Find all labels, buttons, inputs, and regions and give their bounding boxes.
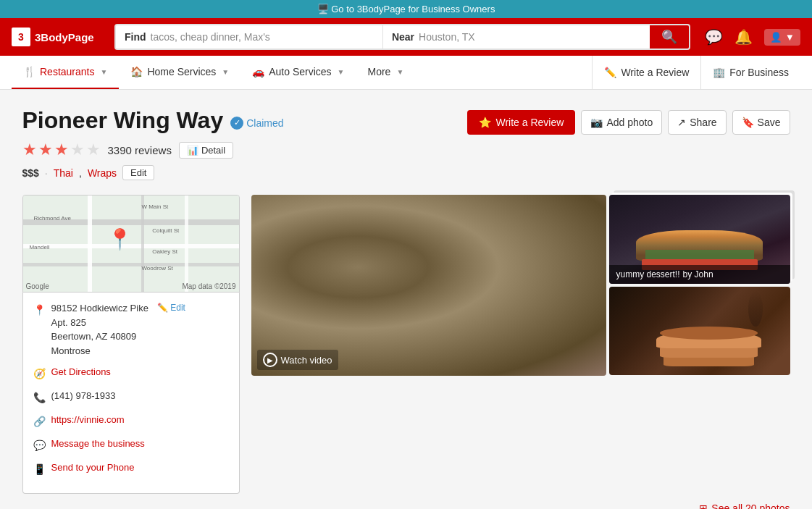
message-icon: 💬 [33, 438, 46, 453]
nav-item-auto-services[interactable]: 🚗 Auto Services ▼ [240, 56, 356, 89]
star-3: ★ [54, 140, 69, 159]
share-label: Share [690, 117, 716, 128]
restaurants-icon: 🍴 [23, 66, 35, 77]
search-bar: Find Near 🔍 [114, 24, 690, 50]
website-link[interactable]: https://vinnie.com [51, 413, 125, 427]
star-4: ★ [70, 140, 85, 159]
write-review-button[interactable]: ⭐ Write a Review [467, 110, 575, 135]
logo[interactable]: 3 3BodyPage [12, 28, 106, 46]
detail-button[interactable]: 📊 Detail [179, 142, 233, 159]
auto-services-chevron: ▼ [338, 68, 345, 76]
detail-label: Detail [201, 145, 225, 156]
main-content: Pioneer Wing Way ✓ Claimed ⭐ Write a Rev… [8, 90, 805, 509]
photo-sandwich[interactable]: yummy dessert!! by John [609, 195, 790, 284]
save-button[interactable]: 🔖 Save [732, 110, 790, 135]
nav-write-review[interactable]: ✏️ Write a Review [592, 56, 700, 89]
photo-main[interactable]: ▶ Watch video [251, 195, 606, 376]
add-photo-button[interactable]: 📷 Add photo [581, 110, 662, 135]
notifications-icon[interactable]: 🔔 [734, 28, 753, 46]
link-icon: 🔗 [33, 414, 46, 429]
business-header: Pioneer Wing Way ✓ Claimed ⭐ Write a Rev… [22, 107, 790, 135]
header-icons: 💬 🔔 👤 ▼ [705, 28, 800, 46]
watch-video-overlay[interactable]: ▶ Watch video [257, 350, 338, 370]
get-directions-link[interactable]: Get Directions [51, 365, 111, 379]
address-city: Beertown, AZ 40809 [51, 329, 148, 344]
star-5: ★ [86, 140, 101, 159]
see-all-photos[interactable]: ⊞ See all 20 photos [699, 502, 790, 509]
photo-pancakes[interactable] [609, 287, 790, 376]
avatar-icon: 👤 [770, 32, 782, 43]
business-title-row: Pioneer Wing Way ✓ Claimed [22, 107, 284, 134]
website-row: 🔗 https://vinnie.com [33, 413, 229, 429]
category-thai[interactable]: Thai [54, 167, 73, 179]
address-street: 98152 Hodkiewicz Pike [51, 301, 148, 316]
edit-address-link[interactable]: ✏️ Edit [157, 301, 185, 314]
star-2: ★ [38, 140, 53, 159]
chart-icon: 📊 [187, 145, 198, 156]
dot-separator: · [45, 167, 48, 179]
search-button[interactable]: 🔍 [650, 25, 689, 49]
user-avatar-button[interactable]: 👤 ▼ [764, 29, 800, 46]
info-panel: 📍 98152 Hodkiewicz Pike Apt. 825 Beertow… [22, 293, 240, 494]
directions-row: 🧭 Get Directions [33, 365, 229, 382]
nav-right: ✏️ Write a Review 🏢 For Business [592, 56, 800, 89]
send-to-phone-row: 📱 Send to your Phone [33, 460, 229, 477]
nav-item-more[interactable]: More ▼ [356, 56, 416, 89]
find-section: Find [116, 25, 383, 49]
business-title-area: Pioneer Wing Way ✓ Claimed [22, 107, 284, 134]
address-neighborhood: Montrose [51, 344, 148, 358]
location-icon: 📍 [33, 303, 46, 318]
claimed-check-icon: ✓ [230, 117, 243, 130]
banner-text: Go to 3BodyPage for Business Owners [331, 4, 495, 14]
phone-icon: 📞 [33, 390, 46, 405]
caption-text: yummy dessert!! [616, 269, 680, 279]
watch-video-label: Watch video [281, 355, 332, 366]
play-icon: ▶ [263, 353, 277, 367]
auto-services-icon: 🚗 [252, 66, 264, 77]
for-business-label: For Business [729, 67, 789, 78]
compass-icon: 🧭 [33, 366, 46, 382]
camera-icon: 📷 [590, 117, 603, 128]
nav-item-home-services[interactable]: 🏠 Home Services ▼ [119, 56, 240, 89]
phone-number: (141) 978-1933 [51, 389, 116, 403]
map-pin: 📍 [107, 227, 133, 251]
find-input[interactable] [151, 25, 374, 49]
content-area: Richmond Ave W Main St Colquitt St Oakle… [22, 195, 790, 494]
category-wraps[interactable]: Wraps [88, 167, 117, 179]
review-count: 3390 reviews [108, 144, 172, 156]
grid-icon: ⊞ [699, 502, 708, 509]
restaurants-chevron: ▼ [100, 68, 107, 76]
near-input[interactable] [419, 25, 641, 49]
home-services-chevron: ▼ [222, 68, 229, 76]
share-icon: ↗ [677, 117, 686, 128]
map-container[interactable]: Richmond Ave W Main St Colquitt St Oakle… [22, 195, 240, 293]
for-business-icon: 🏢 [713, 67, 725, 78]
map-data: Map data ©2019 [182, 282, 235, 290]
more-chevron: ▼ [396, 68, 403, 76]
messages-icon[interactable]: 💬 [705, 28, 723, 46]
message-link[interactable]: Message the business [51, 437, 145, 451]
claimed-badge: ✓ Claimed [230, 117, 283, 130]
auto-services-label: Auto Services [269, 66, 331, 77]
top-banner[interactable]: 🖥️ Go to 3BodyPage for Business Owners [0, 0, 812, 18]
star-1: ★ [22, 140, 37, 159]
address-edit-row: 98152 Hodkiewicz Pike Apt. 825 Beertown,… [51, 301, 185, 358]
avatar-chevron: ▼ [785, 32, 795, 43]
share-button[interactable]: ↗ Share [668, 110, 726, 135]
map-background: Richmond Ave W Main St Colquitt St Oakle… [23, 195, 239, 292]
send-to-phone-link[interactable]: Send to your Phone [51, 460, 135, 475]
star-icon: ⭐ [479, 117, 491, 128]
nav-item-restaurants[interactable]: 🍴 Restaurants ▼ [12, 56, 119, 89]
mobile-icon: 📱 [33, 462, 46, 477]
banner-icon: 🖥️ [317, 4, 329, 14]
address-row: 📍 98152 Hodkiewicz Pike Apt. 825 Beertow… [33, 301, 229, 358]
address-apt: Apt. 825 [51, 316, 148, 330]
edit-categories-button[interactable]: Edit [122, 165, 154, 180]
near-section: Near [383, 25, 650, 49]
photo-caption: yummy dessert!! by John [609, 265, 790, 284]
comma-separator: , [79, 167, 82, 179]
write-review-icon: ✏️ [604, 67, 616, 78]
map-attribution: Google [26, 282, 49, 290]
nav-for-business[interactable]: 🏢 For Business [700, 56, 800, 89]
write-review-label: Write a Review [621, 67, 689, 78]
